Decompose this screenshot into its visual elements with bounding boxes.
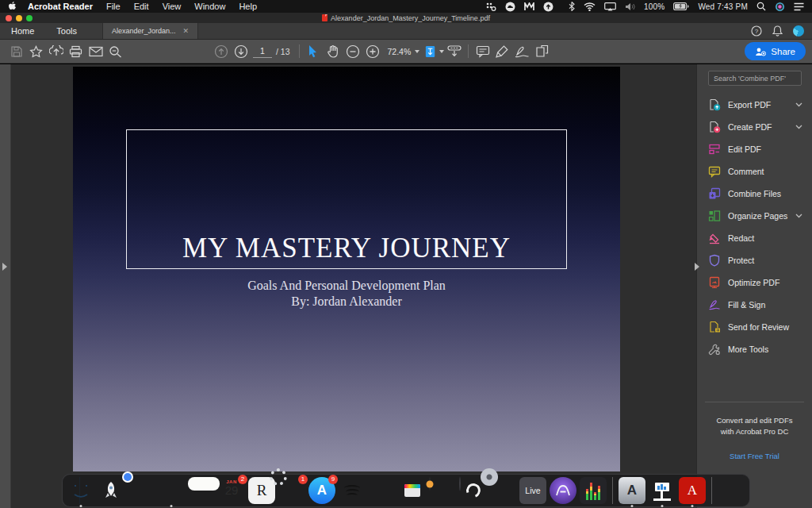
bluetooth-icon[interactable]	[569, 2, 575, 11]
sidebar-item-fill-sign[interactable]: Fill & Sign	[697, 294, 812, 316]
help-icon[interactable]: ?	[751, 25, 762, 37]
dock-divider	[612, 477, 613, 504]
volume-muted-icon[interactable]	[625, 2, 635, 11]
dock-disc-utility-icon[interactable]	[489, 477, 516, 504]
zoom-out-icon[interactable]	[343, 43, 363, 60]
dock-final-cut-pro-icon[interactable]	[399, 477, 426, 504]
page-number-input[interactable]	[253, 45, 272, 58]
hand-tool-icon[interactable]	[324, 43, 343, 60]
document-view-area[interactable]: MY MASTERY JOURNEY Goals And Personal De…	[11, 64, 696, 508]
page-view-mode-icon[interactable]	[424, 43, 444, 60]
upload-cloud-icon[interactable]	[46, 43, 66, 60]
dock-audio-meter-icon[interactable]	[580, 477, 607, 504]
notifications-bell-icon[interactable]	[772, 25, 783, 37]
notification-center-icon[interactable]	[794, 2, 804, 11]
scrolling-mode-icon[interactable]	[444, 43, 464, 60]
sidebar-item-create-pdf[interactable]: Create PDF	[697, 116, 812, 138]
comment-tool-icon[interactable]	[473, 43, 492, 60]
dock-launchpad-icon[interactable]	[98, 477, 124, 504]
spotlight-search-icon[interactable]	[756, 2, 766, 11]
collapse-tools-pane-icon[interactable]	[695, 263, 699, 271]
combine-files-icon	[708, 187, 721, 200]
apple-menu-icon[interactable]	[8, 2, 17, 11]
menu-app-name[interactable]: Acrobat Reader	[28, 2, 93, 11]
dock-notes-icon[interactable]	[188, 477, 215, 504]
chevron-down-icon[interactable]	[795, 125, 802, 129]
dock-system-preferences-icon[interactable]: 1	[278, 477, 305, 504]
find-icon[interactable]	[105, 43, 125, 60]
tab-tools[interactable]: Tools	[45, 23, 88, 39]
tab-close-icon[interactable]: ✕	[183, 27, 190, 35]
sidebar-item-combine-files[interactable]: Combine Files	[697, 183, 812, 205]
minimize-window-button[interactable]	[16, 15, 22, 21]
sidebar-item-optimize-pdf[interactable]: Optimize PDF	[697, 271, 812, 294]
zoom-in-icon[interactable]	[363, 43, 383, 60]
send-fill-sign-icon[interactable]	[532, 43, 552, 60]
close-window-button[interactable]	[6, 15, 12, 21]
sidebar-item-edit-pdf[interactable]: Edit PDF	[697, 138, 812, 160]
expand-left-pane-icon[interactable]	[2, 263, 7, 271]
chevron-down-icon[interactable]	[795, 102, 802, 107]
sidebar-item-export-pdf[interactable]: Export PDF	[697, 94, 812, 116]
dock-ableton-live-icon[interactable]: Live	[519, 477, 546, 504]
menu-view[interactable]: View	[163, 2, 182, 11]
wifi-icon[interactable]	[584, 2, 596, 11]
share-button[interactable]: Share	[745, 42, 806, 60]
select-tool-icon[interactable]	[304, 43, 324, 60]
menu-window[interactable]: Window	[194, 2, 225, 11]
dock-keynote-icon[interactable]	[649, 477, 676, 504]
status-cloud-app-icon[interactable]	[505, 2, 515, 12]
dock-finder-icon[interactable]	[67, 477, 94, 504]
sidebar-item-protect[interactable]: Protect	[697, 249, 812, 271]
status-m-app-icon[interactable]	[524, 2, 534, 11]
previous-page-icon[interactable]	[211, 43, 231, 60]
menu-help[interactable]: Help	[239, 2, 257, 11]
sidebar-item-organize-pages[interactable]: Organize Pages	[697, 205, 812, 227]
status-backup-app-icon[interactable]	[543, 2, 553, 12]
menu-edit[interactable]: Edit	[134, 2, 149, 11]
tab-home[interactable]: Home	[0, 23, 45, 39]
status-toggles-icon[interactable]	[486, 2, 496, 11]
dock-calendar-icon[interactable]: JAN 29 2	[218, 477, 245, 504]
menu-file[interactable]: File	[106, 2, 121, 11]
sidebar-item-send-for-review[interactable]: Send for Review	[697, 316, 812, 338]
sign-tool-icon[interactable]	[512, 43, 532, 60]
dock-trash-icon[interactable]	[718, 477, 745, 504]
next-page-icon[interactable]	[231, 43, 251, 60]
dock-safari-icon[interactable]	[158, 477, 185, 504]
slide-byline: By: Jordan Alexander	[73, 294, 620, 310]
tab-document[interactable]: Alexander_Jordan... ✕	[102, 23, 198, 39]
favorite-star-icon[interactable]	[26, 43, 46, 60]
email-icon[interactable]	[86, 43, 105, 60]
sidebar-item-comment[interactable]: Comment	[697, 160, 812, 183]
dock-midi-keyboard-icon[interactable]	[369, 477, 396, 504]
window-title: Alexander_Jordan_Mastery_Journey_Timelin…	[331, 14, 490, 22]
dock-pro-tools-icon[interactable]	[550, 477, 576, 504]
user-avatar[interactable]	[793, 25, 804, 37]
sidebar-item-more-tools[interactable]: More Tools	[697, 338, 812, 360]
start-free-trial-link[interactable]: Start Free Trial	[730, 452, 779, 460]
dock-spotify-icon[interactable]	[339, 477, 366, 504]
zoom-level-select[interactable]: 72.4%	[383, 47, 425, 56]
zoom-window-button[interactable]	[26, 15, 33, 21]
battery-icon[interactable]	[673, 2, 689, 10]
print-icon[interactable]	[66, 43, 86, 60]
dock-acrobat-reader-icon[interactable]: A	[679, 477, 706, 504]
save-icon[interactable]	[6, 43, 26, 60]
chevron-down-icon[interactable]	[795, 214, 802, 218]
export-pdf-icon	[708, 98, 721, 111]
window-content: MY MASTERY JOURNEY Goals And Personal De…	[0, 64, 812, 508]
dock-dj-vinyl-icon[interactable]	[429, 477, 456, 504]
highlight-tool-icon[interactable]	[492, 43, 512, 60]
zoom-level-value: 72.4%	[388, 47, 412, 56]
sidebar-item-redact[interactable]: Redact	[697, 227, 812, 249]
tools-search-input[interactable]	[708, 71, 802, 86]
organize-pages-icon	[708, 210, 721, 222]
navigation-pane-strip[interactable]	[0, 64, 11, 508]
siri-icon[interactable]	[775, 2, 785, 12]
dock-app-store-icon[interactable]: A 9	[308, 477, 335, 504]
settings-badge: 1	[298, 475, 308, 484]
dock-auto-tune-icon[interactable]: A	[619, 477, 645, 504]
screen-mirroring-icon[interactable]	[604, 2, 616, 11]
menubar-clock[interactable]: Wed 7:43 PM	[698, 2, 748, 11]
